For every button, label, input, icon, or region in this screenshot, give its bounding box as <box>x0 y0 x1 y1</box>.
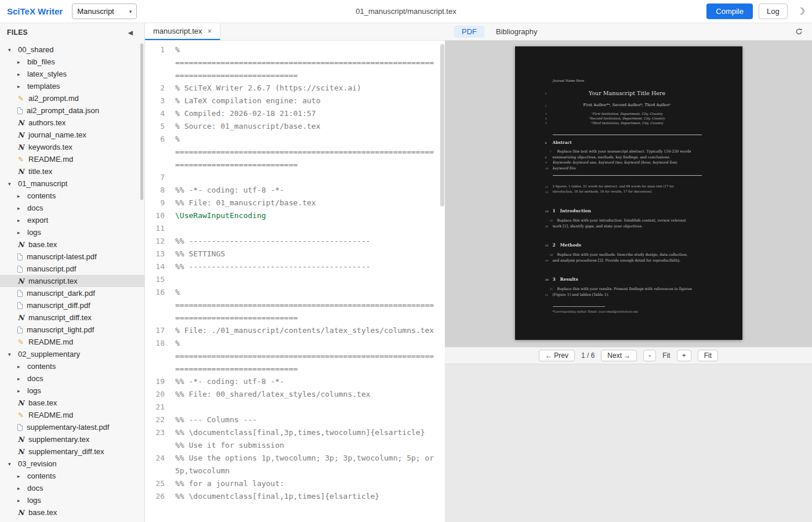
folder-open-icon[interactable]: ▾ <box>8 47 14 53</box>
folder-closed-icon[interactable]: ▸ <box>17 71 23 77</box>
pdf-viewer[interactable]: Journal Name Here1Your Manuscript Title … <box>445 41 812 347</box>
folder-closed-icon[interactable]: ▸ <box>17 217 23 223</box>
folder-closed-icon[interactable]: ▸ <box>17 364 23 369</box>
file-tree-item[interactable]: supplementary-latest.pdf <box>0 421 144 433</box>
collapse-sidebar-icon[interactable]: ◀ <box>128 29 133 37</box>
code-line[interactable]: 3% LaTeX compilation engine: auto <box>145 95 445 107</box>
file-tree-item[interactable]: Nsupplementary_diff.tex <box>0 445 144 458</box>
code-line[interactable]: 23%% \documentclass[final,3p,times,twoco… <box>145 426 445 452</box>
code-line[interactable]: 16% ====================================… <box>145 286 445 324</box>
code-line[interactable]: 8%% -*- coding: utf-8 -*- <box>145 184 445 197</box>
code-line[interactable]: 14%% -----------------------------------… <box>145 260 445 273</box>
next-page-button[interactable]: Next → <box>601 350 637 361</box>
dark-mode-toggle-icon[interactable]: ☽ <box>797 6 805 17</box>
file-tree-item[interactable]: ✎ai2_prompt.md <box>0 92 144 104</box>
document-selector[interactable]: Manuscript ▾ <box>72 3 137 19</box>
file-tree-item[interactable]: manuscript_light.pdf <box>0 324 144 336</box>
code-line[interactable]: 11 <box>145 222 445 235</box>
code-line[interactable]: 26%% \documentclass[final,1p,times]{elsa… <box>145 490 445 503</box>
code-line[interactable]: 22%% --- Columns --- <box>145 414 445 426</box>
file-tree-item[interactable]: Nkeywords.tex <box>0 141 144 153</box>
file-tree-item[interactable]: manuscript_diff.pdf <box>0 299 144 311</box>
close-icon[interactable]: × <box>208 27 212 35</box>
file-tree-item[interactable]: ▸contents <box>0 360 144 372</box>
file-tree-item[interactable]: Njournal_name.tex <box>0 129 144 141</box>
folder-closed-icon[interactable]: ▸ <box>17 193 23 199</box>
folder-closed-icon[interactable]: ▸ <box>17 59 23 65</box>
file-tree-item[interactable]: Nmanuscript_diff.tex <box>0 311 144 324</box>
file-tree-item[interactable]: Nauthors.tex <box>0 117 144 129</box>
file-tree-item[interactable]: ▾01_manuscript <box>0 177 144 190</box>
compile-button[interactable]: Compile <box>706 3 753 19</box>
folder-closed-icon[interactable]: ▸ <box>17 376 23 382</box>
code-line[interactable]: 13%% SETTINGS <box>145 248 445 260</box>
file-tree-item[interactable]: ▸logs <box>0 494 144 506</box>
log-button[interactable]: Log <box>759 3 788 19</box>
folder-open-icon[interactable]: ▾ <box>8 181 14 187</box>
code-line[interactable]: 1% =====================================… <box>145 44 445 82</box>
code-line[interactable]: 17% File: ./01_manuscript/contents/latex… <box>145 324 445 337</box>
file-tree-item[interactable]: ✎README.md <box>0 153 144 165</box>
editor-scrollbar[interactable] <box>440 44 444 206</box>
zoom-out-button[interactable]: - <box>643 350 656 361</box>
folder-open-icon[interactable]: ▾ <box>8 461 14 467</box>
code-line[interactable]: 15 <box>145 273 445 286</box>
file-tree-item[interactable]: Nbase.tex <box>0 506 144 519</box>
file-tree-item[interactable]: Nbase.tex <box>0 238 144 251</box>
sidebar-scrollbar[interactable] <box>140 44 143 200</box>
code-line[interactable]: 19%% -*- coding: utf-8 -*- <box>145 375 445 388</box>
code-line[interactable]: 21 <box>145 401 445 414</box>
folder-closed-icon[interactable]: ▸ <box>17 205 23 211</box>
code-line[interactable]: 7 <box>145 171 445 184</box>
file-tree-item[interactable]: ▾00_shared <box>0 44 144 56</box>
tab-pdf[interactable]: PDF <box>454 26 484 38</box>
code-line[interactable]: 6% =====================================… <box>145 133 445 171</box>
file-tree-item[interactable]: ▸docs <box>0 482 144 494</box>
code-line[interactable]: 9%% File: 01_manuscript/base.tex <box>145 197 445 209</box>
file-tree-item[interactable]: ▸templates <box>0 80 144 92</box>
file-tree-item[interactable]: Nsupplementary.tex <box>0 433 144 445</box>
code-line[interactable]: 20%% File: 00_shared/latex_styles/column… <box>145 388 445 401</box>
folder-closed-icon[interactable]: ▸ <box>17 485 23 491</box>
code-line[interactable]: 24%% Use the options 1p,twocolumn; 3p; 3… <box>145 452 445 477</box>
code-area[interactable]: 1% =====================================… <box>145 41 445 522</box>
code-line[interactable]: 10\UseRawInputEncoding <box>145 209 445 222</box>
file-tree-item[interactable]: ▸logs <box>0 385 144 397</box>
code-line[interactable]: 4% Compiled: 2026-02-18 21:01:57 <box>145 107 445 120</box>
file-tree-item[interactable]: ▸bib_files <box>0 56 144 68</box>
code-line[interactable]: 18% ====================================… <box>145 337 445 375</box>
folder-closed-icon[interactable]: ▸ <box>17 230 23 235</box>
file-tree-item[interactable]: ▾02_supplementary <box>0 348 144 360</box>
zoom-in-button[interactable]: + <box>677 350 691 361</box>
fit-button[interactable]: Fit <box>698 350 718 361</box>
folder-open-icon[interactable]: ▾ <box>8 351 14 357</box>
file-tree-item[interactable]: Nmanuscript.tex <box>0 275 144 287</box>
code-line[interactable]: 12%% -----------------------------------… <box>145 235 445 248</box>
file-tree-item[interactable]: ▸logs <box>0 226 144 238</box>
refresh-icon[interactable] <box>795 28 803 35</box>
folder-closed-icon[interactable]: ▸ <box>17 388 23 394</box>
tab-manuscript-tex[interactable]: manuscript.tex × <box>145 23 220 40</box>
file-tree-item[interactable]: ▸contents <box>0 190 144 202</box>
file-tree-item[interactable]: ▸contents <box>0 470 144 482</box>
file-tree-item[interactable]: ▸export <box>0 214 144 226</box>
file-tree-item[interactable]: ✎README.md <box>0 336 144 348</box>
file-tree-item[interactable]: manuscript.pdf <box>0 263 144 275</box>
code-line[interactable]: 2% SciTeX Writer 2.6.7 (https://scitex.a… <box>145 82 445 95</box>
file-tree-item[interactable]: ▾03_revision <box>0 458 144 470</box>
code-line[interactable]: 25%% for a journal layout: <box>145 477 445 490</box>
file-tree-item[interactable]: manuscript_dark.pdf <box>0 287 144 299</box>
file-tree-item[interactable]: ✎README.md <box>0 409 144 421</box>
folder-closed-icon[interactable]: ▸ <box>17 498 23 503</box>
prev-page-button[interactable]: ← Prev <box>539 350 575 361</box>
file-tree-item[interactable]: Nbase.tex <box>0 397 144 409</box>
file-tree-item[interactable]: manuscript-latest.pdf <box>0 251 144 263</box>
folder-closed-icon[interactable]: ▸ <box>17 84 23 89</box>
file-tree-item[interactable]: ▸docs <box>0 372 144 385</box>
file-tree-item[interactable]: ai2_prompt_data.json <box>0 104 144 117</box>
file-tree-item[interactable]: ▸latex_styles <box>0 68 144 80</box>
file-tree-item[interactable]: ▸docs <box>0 202 144 214</box>
tab-bibliography[interactable]: Bibliography <box>496 27 538 36</box>
folder-closed-icon[interactable]: ▸ <box>17 473 23 479</box>
code-line[interactable]: 5% Source: 01_manuscript/base.tex <box>145 120 445 133</box>
